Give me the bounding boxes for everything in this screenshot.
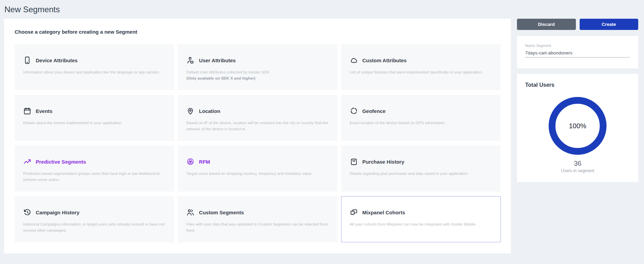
card-title: Device Attributes <box>36 57 78 63</box>
card-device-attributes[interactable]: Device Attributes Information about your… <box>15 44 174 90</box>
venn-diagram-icon <box>186 158 194 166</box>
card-campaign-history[interactable]: Campaign History Historical Campaigns in… <box>15 196 174 242</box>
card-description: All your cohorts from Mixpanel can now b… <box>350 221 492 228</box>
users-caption: Users in segment <box>525 168 630 173</box>
create-button[interactable]: Create <box>580 19 639 30</box>
device-icon <box>23 56 31 64</box>
link-squares-icon <box>350 208 358 216</box>
panel-heading: Choose a category before creating a new … <box>4 19 511 35</box>
card-title: User Attributes <box>199 57 236 63</box>
total-users-heading: Total Users <box>525 82 630 88</box>
discard-button[interactable]: Discard <box>517 19 576 30</box>
card-description: Prediction based segmentation groups use… <box>23 171 166 183</box>
card-title: Mixpanel Cohorts <box>362 210 405 215</box>
card-description: Target users based on shopping recency, … <box>186 171 329 177</box>
users-icon <box>186 208 194 216</box>
card-location[interactable]: Location Based on IP of the device, loca… <box>178 95 337 141</box>
card-title: Location <box>199 108 220 114</box>
card-title: Events <box>36 108 52 114</box>
card-mixpanel-cohorts[interactable]: Mixpanel Cohorts All your cohorts from M… <box>341 196 501 242</box>
users-count: 36 <box>525 160 630 167</box>
page-title: New Segments <box>4 5 60 14</box>
trending-up-icon <box>23 158 31 166</box>
card-custom-attributes[interactable]: Custom Attributes List of unique feature… <box>341 44 501 90</box>
card-title: Custom Segments <box>199 210 244 215</box>
card-description: Information about your device and applic… <box>23 69 166 76</box>
card-description: Details regarding past purchases and dat… <box>350 171 492 177</box>
card-rfm[interactable]: RFM Target users based on shopping recen… <box>178 146 337 192</box>
card-user-attributes[interactable]: User Attributes Default User Attributes … <box>178 44 337 90</box>
card-title: Predictive Segments <box>36 159 86 165</box>
card-description: Exact location of the device based on GP… <box>350 120 492 126</box>
card-description: Details about the events implemented in … <box>23 120 166 126</box>
card-description: Historical Campaigns information, to tar… <box>23 221 166 234</box>
card-events[interactable]: Events Details about the events implemen… <box>15 95 174 141</box>
card-custom-segments[interactable]: Custom Segments Files with user data tha… <box>178 196 337 242</box>
name-segment-label: Name Segment <box>525 44 630 48</box>
history-clock-icon <box>23 208 31 216</box>
card-description: Default User Attributes collected by Ins… <box>186 69 329 76</box>
segment-sidebar: Discard Create Name Segment Total Users … <box>517 19 638 182</box>
card-description-note: (Only available on SDK X and higher) <box>186 76 329 82</box>
card-title: RFM <box>199 159 210 165</box>
location-pin-icon <box>186 107 194 115</box>
card-title: Campaign History <box>36 210 79 215</box>
card-title: Custom Attributes <box>362 57 407 63</box>
category-cards-grid: Device Attributes Information about your… <box>15 44 501 242</box>
action-buttons: Discard Create <box>517 19 638 30</box>
total-users-donut-chart: 100% <box>549 97 607 155</box>
category-panel: Choose a category before creating a new … <box>4 19 511 253</box>
card-description: Based on IP of the device, location will… <box>186 120 329 132</box>
donut-percent-label: 100% <box>569 122 586 130</box>
calendar-icon <box>23 107 31 115</box>
card-description: List of unique features that were implem… <box>350 69 492 76</box>
name-segment-input[interactable] <box>525 50 630 57</box>
card-title: Purchase History <box>362 159 404 165</box>
cloud-icon <box>350 56 358 64</box>
card-title: Geofence <box>362 108 386 114</box>
card-predictive-segments[interactable]: Predictive Segments Prediction based seg… <box>15 146 174 192</box>
card-description: Files with user data that was uploaded i… <box>186 221 329 234</box>
user-icon <box>186 56 194 64</box>
card-purchase-history[interactable]: Purchase History Details regarding past … <box>341 146 501 192</box>
total-users-card: Total Users 100% 36 Users in segment <box>517 74 638 182</box>
geofence-crosshair-icon <box>350 107 358 115</box>
card-geofence[interactable]: Geofence Exact location of the device ba… <box>341 95 501 141</box>
shopping-bag-icon <box>350 158 358 166</box>
name-segment-card: Name Segment <box>517 36 638 68</box>
